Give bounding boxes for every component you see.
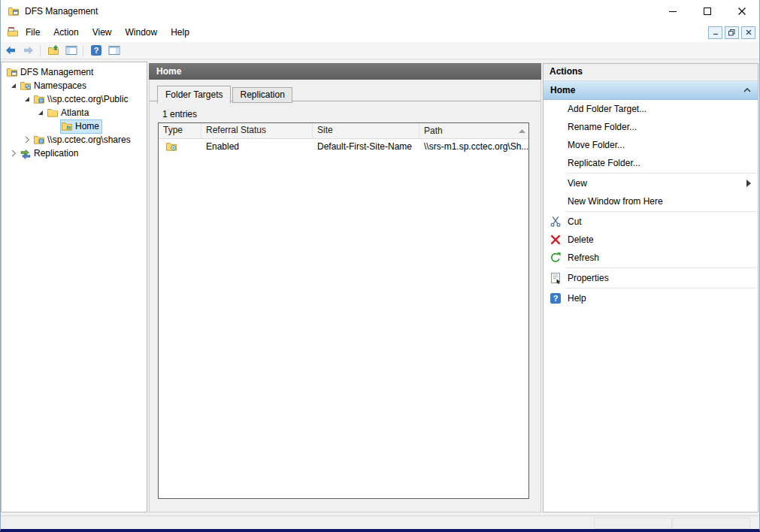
child-window-controls: [708, 26, 755, 39]
chevron-collapsed-icon[interactable]: [8, 147, 20, 159]
table-row[interactable]: Enabled Default-First-Site-Name \\srs-m1…: [159, 139, 528, 154]
toolbar: ?: [1, 42, 759, 59]
action-label: Replicate Folder...: [568, 158, 640, 168]
tab-replication[interactable]: Replication: [232, 87, 292, 103]
column-header-type[interactable]: Type: [159, 123, 201, 138]
svg-text:?: ?: [553, 294, 559, 303]
action-label: Help: [568, 293, 586, 304]
tree-item-label: Atlanta: [59, 107, 91, 119]
action-cut[interactable]: Cut: [544, 213, 758, 231]
action-delete[interactable]: Delete: [544, 231, 758, 249]
blank-icon: [550, 157, 562, 169]
action-refresh[interactable]: Refresh: [544, 249, 758, 267]
blank-icon: [550, 195, 562, 207]
chevron-expanded-icon[interactable]: [21, 93, 33, 105]
window-controls: [656, 0, 759, 23]
show-action-pane-icon[interactable]: [106, 43, 123, 58]
selected-tree-node[interactable]: Home: [60, 119, 102, 134]
action-add-folder-target[interactable]: Add Folder Target...: [544, 100, 758, 118]
action-label: Add Folder Target...: [568, 104, 646, 114]
tree-item-namespace-public[interactable]: \\sp.cctec.org\Public: [2, 92, 147, 106]
child-restore-button[interactable]: [725, 26, 739, 39]
column-header-path-label: Path: [424, 124, 443, 138]
actions-separator: [566, 288, 756, 289]
child-minimize-button[interactable]: [708, 26, 722, 39]
forward-icon[interactable]: [20, 43, 37, 58]
menu-help[interactable]: Help: [164, 23, 196, 41]
chevron-expanded-icon[interactable]: [8, 80, 20, 92]
back-icon[interactable]: [2, 43, 19, 58]
window-title: DFS Management: [25, 6, 98, 17]
action-rename-folder[interactable]: Rename Folder...: [544, 118, 758, 136]
action-label: Delete: [568, 234, 594, 245]
menu-file[interactable]: File: [19, 23, 47, 41]
namespaces-icon: [20, 80, 32, 92]
dfs-root-icon: [6, 66, 18, 78]
chevron-placeholder: [48, 120, 60, 132]
console-tree: DFS Management Namespaces \\sp.cctec.org…: [1, 62, 147, 512]
up-level-icon[interactable]: [45, 43, 62, 58]
table-header: Type Referral Status Site Path: [159, 123, 528, 139]
menu-view[interactable]: View: [86, 23, 119, 41]
child-close-button[interactable]: [741, 26, 755, 39]
replication-icon: [20, 147, 32, 159]
action-properties[interactable]: Properties: [544, 269, 758, 287]
chevron-up-icon: [743, 88, 751, 92]
actions-section-home[interactable]: Home: [544, 81, 758, 100]
tree-item-atlanta[interactable]: Atlanta: [2, 106, 147, 119]
status-bar: [1, 515, 759, 530]
results-pane-header: Home: [149, 63, 541, 80]
tree-item-label: Home: [73, 120, 101, 132]
blank-icon: [550, 103, 562, 115]
chevron-collapsed-icon[interactable]: [21, 134, 33, 146]
entries-count: 1 entries: [162, 109, 197, 119]
action-new-window-from-here[interactable]: New Window from Here: [544, 192, 758, 210]
dfs-management-window: DFS Management File Action View Window H…: [0, 0, 760, 532]
menu-action[interactable]: Action: [47, 23, 85, 41]
action-view[interactable]: View: [544, 174, 758, 192]
minimize-button[interactable]: [656, 0, 690, 23]
action-label: Properties: [568, 273, 609, 283]
tree-item-home[interactable]: Home: [2, 119, 147, 133]
show-console-tree-icon[interactable]: [63, 43, 80, 58]
toolbar-separator: [83, 45, 83, 56]
actions-section-label: Home: [550, 85, 575, 95]
column-header-path[interactable]: Path: [419, 123, 528, 138]
action-label: Cut: [568, 216, 582, 227]
action-help[interactable]: ? Help: [544, 289, 758, 307]
folder-targets-table: Type Referral Status Site Path Enabled: [158, 122, 529, 499]
maximize-button[interactable]: [690, 0, 725, 23]
blank-icon: [550, 139, 562, 151]
submenu-arrow-icon: [746, 180, 751, 187]
title-bar: DFS Management: [1, 0, 759, 23]
action-replicate-folder[interactable]: Replicate Folder...: [544, 154, 758, 172]
folder-target-icon: [165, 141, 177, 153]
column-header-site[interactable]: Site: [313, 123, 419, 138]
column-header-referral-status[interactable]: Referral Status: [201, 123, 313, 138]
tree-item-namespace-shares[interactable]: \\sp.cctec.org\shares: [2, 133, 147, 147]
actions-separator: [566, 268, 756, 268]
tree-item-dfs-management[interactable]: DFS Management: [2, 65, 147, 79]
close-button[interactable]: [725, 0, 759, 23]
blank-icon: [550, 177, 562, 189]
status-pane: [672, 518, 750, 529]
action-move-folder[interactable]: Move Folder...: [544, 136, 758, 154]
cut-icon: [550, 216, 562, 228]
shared-folder-icon: [61, 120, 73, 132]
actions-separator: [566, 173, 756, 174]
folder-icon: [47, 107, 59, 119]
refresh-icon: [550, 252, 562, 264]
menu-window[interactable]: Window: [119, 23, 165, 41]
dfs-app-icon: [8, 5, 20, 17]
action-label: Refresh: [568, 252, 599, 263]
chevron-expanded-icon[interactable]: [35, 107, 47, 119]
tree-item-replication[interactable]: Replication: [2, 147, 147, 160]
help-icon[interactable]: ?: [88, 43, 104, 58]
action-label: Move Folder...: [568, 140, 625, 150]
tree-item-namespaces[interactable]: Namespaces: [2, 79, 147, 92]
tab-folder-targets[interactable]: Folder Targets: [157, 86, 231, 104]
actions-pane-title: Actions: [544, 64, 758, 81]
delete-icon: [550, 234, 562, 246]
folder-targets-page: Folder Targets Replication 1 entries Typ…: [149, 80, 541, 512]
cell-referral-status: Enabled: [201, 141, 313, 152]
